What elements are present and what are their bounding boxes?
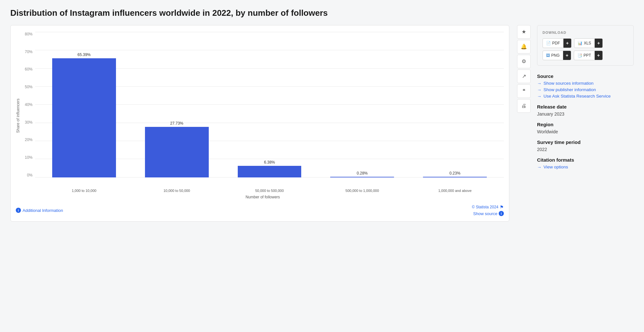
download-xls-button[interactable]: 📊XLS+ bbox=[574, 38, 603, 48]
download-buttons: 📄PDF+📊XLS+🖼PNG+📑PPT+ bbox=[543, 38, 628, 60]
bars-area: 65.39%27.73%6.38%0.28%0.23% bbox=[35, 32, 504, 186]
citation-group: Citation formats → View options bbox=[537, 157, 634, 170]
x-label: 10,000 to 50,000 bbox=[134, 186, 219, 193]
x-labels: 1,000 to 10,00010,000 to 50,00050,000 to… bbox=[35, 186, 504, 193]
main-content: Share of influencers 0%10%20%30%40%50%60… bbox=[10, 25, 634, 222]
y-axis-label: Share of influencers bbox=[16, 99, 20, 133]
x-label: 1,000 to 10,000 bbox=[42, 186, 127, 193]
bar-value-label: 0.23% bbox=[449, 171, 460, 175]
bar[interactable] bbox=[52, 58, 116, 177]
show-publisher-link[interactable]: → Show publisher information bbox=[537, 87, 634, 92]
arrow-icon-3: → bbox=[537, 94, 542, 99]
bar[interactable] bbox=[423, 177, 487, 177]
bar-value-label: 65.39% bbox=[78, 52, 91, 57]
y-tick: 60% bbox=[22, 67, 35, 71]
ask-statista-label: Use Ask Statista Research Service bbox=[543, 94, 611, 99]
ppt-icon: 📑 bbox=[577, 53, 582, 58]
bar-value-label: 0.28% bbox=[357, 171, 368, 175]
info-section: Source → Show sources information → Show… bbox=[537, 72, 634, 176]
bookmark-button[interactable]: ★ bbox=[517, 25, 531, 39]
release-date-group: Release date January 2023 bbox=[537, 104, 634, 117]
arrow-icon-4: → bbox=[537, 165, 542, 170]
bar[interactable] bbox=[330, 177, 394, 177]
additional-info-label: Additional Information bbox=[23, 208, 63, 213]
statista-credit: © Statista 2024 ⚑ bbox=[472, 204, 504, 210]
xls-plus[interactable]: + bbox=[595, 39, 602, 48]
print-button[interactable]: 🖨 bbox=[517, 99, 531, 113]
ppt-plus[interactable]: + bbox=[595, 51, 602, 60]
chart-area: Share of influencers 0%10%20%30%40%50%60… bbox=[16, 32, 504, 199]
chart-footer: i Additional Information © Statista 2024… bbox=[16, 204, 504, 216]
region-title: Region bbox=[537, 122, 634, 127]
y-tick: 50% bbox=[22, 85, 35, 89]
survey-period-title: Survey time period bbox=[537, 139, 634, 145]
download-section: DOWNLOAD 📄PDF+📊XLS+🖼PNG+📑PPT+ bbox=[537, 25, 634, 66]
region-group: Region Worldwide bbox=[537, 122, 634, 134]
citation-title: Citation formats bbox=[537, 157, 634, 163]
survey-period-value: 2022 bbox=[537, 147, 634, 152]
bar-group: 0.28% bbox=[320, 32, 405, 177]
settings-button[interactable]: ⚙ bbox=[517, 55, 531, 68]
region-value: Worldwide bbox=[537, 129, 634, 134]
chart-inner: 0%10%20%30%40%50%60%70%80% 65.39%27.73%6… bbox=[22, 32, 504, 199]
y-tick: 40% bbox=[22, 102, 35, 107]
x-axis-title: Number of followers bbox=[22, 195, 504, 199]
pdf-plus[interactable]: + bbox=[563, 39, 571, 48]
show-sources-label: Show sources information bbox=[543, 81, 593, 86]
footer-right: © Statista 2024 ⚑ Show source i bbox=[472, 204, 504, 216]
info-icon: i bbox=[16, 208, 21, 213]
bar-group: 27.73% bbox=[134, 32, 219, 177]
bar-value-label: 6.38% bbox=[264, 160, 275, 165]
download-pdf-button[interactable]: 📄PDF+ bbox=[543, 38, 572, 48]
y-tick: 70% bbox=[22, 50, 35, 54]
download-ppt-button[interactable]: 📑PPT+ bbox=[574, 51, 603, 60]
show-source-button[interactable]: Show source i bbox=[473, 211, 504, 216]
x-label: 1,000,000 and above bbox=[412, 186, 497, 193]
png-plus[interactable]: + bbox=[563, 51, 571, 60]
flag-icon: ⚑ bbox=[500, 204, 504, 210]
download-png-button[interactable]: 🖼PNG+ bbox=[543, 51, 571, 60]
bar-value-label: 27.73% bbox=[170, 121, 183, 126]
source-group: Source → Show sources information → Show… bbox=[537, 73, 634, 99]
bar[interactable] bbox=[238, 166, 302, 177]
release-date-title: Release date bbox=[537, 104, 634, 109]
pdf-icon: 📄 bbox=[546, 41, 551, 45]
bar[interactable] bbox=[145, 127, 209, 177]
view-citation-options-link[interactable]: → View options bbox=[537, 165, 634, 170]
png-icon: 🖼 bbox=[546, 53, 550, 58]
y-tick: 30% bbox=[22, 120, 35, 125]
source-info-icon: i bbox=[499, 211, 504, 216]
show-publisher-label: Show publisher information bbox=[543, 87, 596, 92]
bar-group: 65.39% bbox=[42, 32, 127, 177]
side-toolbar: ★🔔⚙↗❝🖨 bbox=[517, 25, 531, 113]
notifications-button[interactable]: 🔔 bbox=[517, 40, 531, 53]
download-title: DOWNLOAD bbox=[543, 31, 628, 34]
x-label: 500,000 to 1,000,000 bbox=[320, 186, 405, 193]
bar-group: 6.38% bbox=[227, 32, 312, 177]
right-panel: DOWNLOAD 📄PDF+📊XLS+🖼PNG+📑PPT+ Source → S… bbox=[537, 25, 634, 176]
y-tick: 10% bbox=[22, 155, 35, 160]
source-title: Source bbox=[537, 73, 634, 79]
page-title: Distribution of Instagram influencers wo… bbox=[10, 8, 634, 19]
view-options-label: View options bbox=[543, 165, 568, 169]
bars-container: 65.39%27.73%6.38%0.28%0.23% bbox=[35, 32, 504, 177]
cite-button[interactable]: ❝ bbox=[517, 84, 531, 98]
y-tick: 80% bbox=[22, 32, 35, 36]
additional-info-button[interactable]: i Additional Information bbox=[16, 208, 63, 213]
ask-statista-link[interactable]: → Use Ask Statista Research Service bbox=[537, 94, 634, 99]
x-label: 50,000 to 500,000 bbox=[227, 186, 312, 193]
release-date-value: January 2023 bbox=[537, 111, 634, 117]
chart-grid: 0%10%20%30%40%50%60%70%80% 65.39%27.73%6… bbox=[22, 32, 504, 186]
chart-panel: Share of influencers 0%10%20%30%40%50%60… bbox=[10, 25, 509, 222]
y-tick: 20% bbox=[22, 138, 35, 142]
bar-group: 0.23% bbox=[412, 32, 497, 177]
y-axis: 0%10%20%30%40%50%60%70%80% bbox=[22, 32, 35, 186]
arrow-icon-2: → bbox=[537, 87, 542, 92]
arrow-icon: → bbox=[537, 81, 542, 86]
survey-period-group: Survey time period 2022 bbox=[537, 139, 634, 152]
share-button[interactable]: ↗ bbox=[517, 70, 531, 83]
show-sources-link[interactable]: → Show sources information bbox=[537, 81, 634, 86]
y-tick: 0% bbox=[22, 173, 35, 177]
xls-icon: 📊 bbox=[578, 41, 582, 45]
